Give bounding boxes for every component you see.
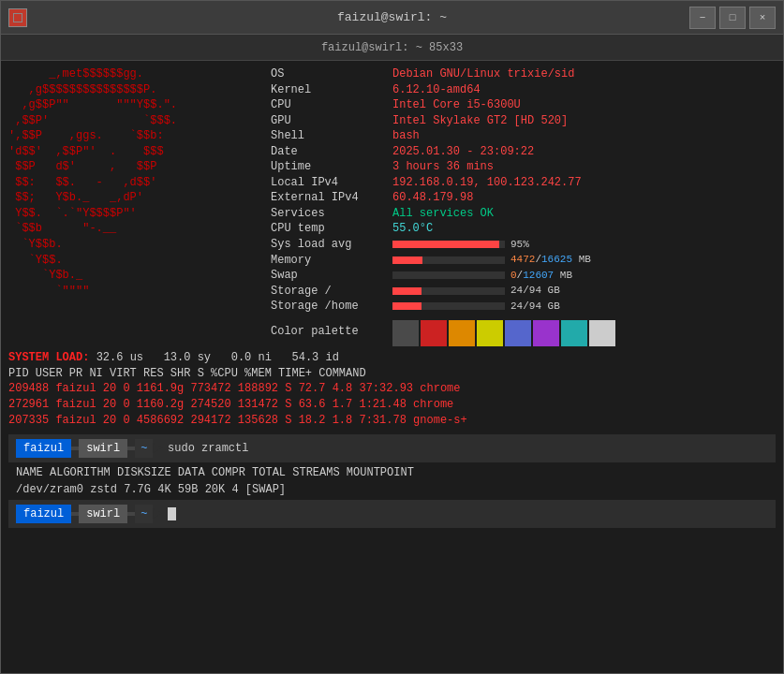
prompt-arrow-2: ► [153, 504, 162, 524]
terminal-body[interactable]: _,met$$$$$$gg. ,g$$$$$$$$$$$$$$$P. ,g$$P… [1, 61, 783, 673]
cpu-key: CPU [271, 97, 392, 113]
swatch-2 [449, 320, 475, 346]
info-row-extipv4: External IPv4 60.48.179.98 [271, 190, 776, 206]
swatch-5 [533, 320, 559, 346]
sysload-us: 32.6 us 13.0 sy 0.0 ni 54.3 id [96, 351, 339, 364]
info-row-kernel: Kernel 6.12.10-amd64 [271, 82, 776, 98]
date-val: 2025.01.30 - 23:09:22 [392, 144, 534, 160]
storage-key: Storage / [271, 284, 392, 300]
cputemp-key: CPU temp [271, 221, 392, 237]
date-key: Date [271, 144, 392, 160]
prompt-separator-1 [71, 447, 79, 450]
prompt-host-2: swirl [79, 505, 127, 524]
info-row-localipv4: Local IPv4 192.168.0.19, 100.123.242.77 [271, 175, 776, 191]
swatch-0 [392, 320, 419, 346]
sysload-pct: 95% [510, 238, 529, 252]
sysload-prefix: SYSTEM LOAD: [8, 351, 89, 364]
swap-key: Swap [271, 268, 392, 284]
table-row: 207335 faizul 20 0 4586692 294172 135628… [8, 413, 776, 429]
storagehome-val: 24/94 GB [510, 300, 560, 314]
prompt-host-1: swirl [79, 439, 127, 459]
sysload-key: Sys load avg [271, 237, 392, 253]
kernel-key: Kernel [271, 82, 392, 98]
info-row-shell: Shell bash [271, 128, 776, 144]
info-row-cputemp: CPU temp 55.0°C [271, 221, 776, 237]
info-row-gpu: GPU Intel Skylake GT2 [HD 520] [271, 113, 776, 129]
process-header: PID USER PR NI VIRT RES SHR S %CPU %MEM … [8, 366, 776, 382]
prompt-separator-4 [127, 512, 135, 516]
swatch-1 [421, 320, 447, 346]
services-val: All services OK [392, 206, 494, 222]
gpu-val: Intel Skylake GT2 [HD 520] [392, 113, 568, 129]
prompt-arrow-1: ► [153, 438, 162, 459]
cpu-val: Intel Core i5-6300U [392, 97, 521, 113]
prompt-cmd-1: sudo zramctl [168, 441, 248, 457]
localipv4-key: Local IPv4 [271, 175, 392, 191]
info-row-palette: Color palette [271, 318, 776, 346]
uptime-val: 3 hours 36 mins [392, 159, 494, 175]
swap-val: 0/12607 MB [510, 269, 572, 283]
info-row-swap: Swap 0/12607 MB [271, 268, 776, 284]
zramctl-output: NAME ALGORITHM DISKSIZE DATA COMPR TOTAL… [8, 462, 776, 500]
os-key: OS [271, 66, 392, 82]
zramctl-header: NAME ALGORITHM DISKSIZE DATA COMPR TOTAL… [16, 464, 768, 481]
ascii-art-text: _,met$$$$$$gg. ,g$$$$$$$$$$$$$$$P. ,g$$P… [8, 66, 271, 299]
swatch-4 [505, 320, 531, 346]
tabbar: faizul@swirl: ~ 85x33 [1, 35, 783, 61]
extipv4-val: 60.48.179.98 [392, 190, 473, 206]
table-row: 209488 faizul 20 0 1161.9g 773472 188892… [8, 381, 776, 397]
zramctl-row: /dev/zram0 zstd 7.7G 4K 59B 20K 4 [SWAP] [16, 481, 768, 498]
prompt-separator-2 [127, 447, 135, 450]
sysinfo-section: _,met$$$$$$gg. ,g$$$$$$$$$$$$$$$P. ,g$$P… [8, 66, 776, 346]
memory-val: 4472/16625 MB [510, 253, 591, 267]
shell-key: Shell [271, 128, 392, 144]
services-key: Services [271, 206, 392, 222]
titlebar: faizul@swirl: ~ − □ × [1, 1, 783, 35]
shell-val: bash [392, 128, 420, 144]
prompt-user-1: faizul [16, 439, 71, 459]
prompt-user-2: faizul [16, 505, 71, 524]
close-button[interactable]: × [749, 7, 776, 29]
info-row-services: Services All services OK [271, 206, 776, 222]
localipv4-val: 192.168.0.19, 100.123.242.77 [392, 175, 582, 191]
restore-button[interactable]: □ [719, 7, 746, 29]
window-controls: − □ × [689, 7, 776, 29]
info-row-sysload: Sys load avg 95% [271, 237, 776, 253]
os-val: Debian GNU/Linux trixie/sid [392, 66, 574, 82]
prompt-separator-3 [71, 512, 79, 516]
uptime-key: Uptime [271, 159, 392, 175]
memory-key: Memory [271, 253, 392, 269]
table-row: 272961 faizul 20 0 1160.2g 274520 131472… [8, 397, 776, 413]
process-table: PID USER PR NI VIRT RES SHR S %CPU %MEM … [8, 366, 776, 429]
window-icon [8, 8, 27, 27]
prompt-path-2: ~ [135, 505, 153, 524]
prompt-bar-2[interactable]: faizul swirl ~ ► [8, 500, 776, 528]
info-row-storagehome: Storage /home 24/94 GB [271, 299, 776, 315]
cursor [168, 507, 176, 520]
prompt-bar-1[interactable]: faizul swirl ~ ► sudo zramctl [8, 434, 776, 462]
storagehome-key: Storage /home [271, 299, 392, 315]
prompt-path-1: ~ [135, 439, 153, 459]
info-row-cpu: CPU Intel Core i5-6300U [271, 97, 776, 113]
swatch-7 [589, 320, 615, 346]
terminal-window: faizul@swirl: ~ − □ × faizul@swirl: ~ 85… [0, 0, 784, 674]
storage-val: 24/94 GB [510, 284, 560, 298]
info-row-os: OS Debian GNU/Linux trixie/sid [271, 66, 776, 82]
sysload-line: SYSTEM LOAD: 32.6 us 13.0 sy 0.0 ni 54.3… [8, 350, 776, 366]
color-palette [392, 320, 615, 346]
info-row-date: Date 2025.01.30 - 23:09:22 [271, 144, 776, 160]
window-title: faizul@swirl: ~ [337, 10, 447, 24]
tab-label: faizul@swirl: ~ 85x33 [321, 41, 463, 54]
info-row-uptime: Uptime 3 hours 36 mins [271, 159, 776, 175]
cputemp-val: 55.0°C [392, 221, 433, 237]
kernel-val: 6.12.10-amd64 [392, 82, 481, 98]
ascii-art: _,met$$$$$$gg. ,g$$$$$$$$$$$$$$$P. ,g$$P… [8, 66, 271, 346]
swatch-3 [477, 320, 503, 346]
minimize-button[interactable]: − [689, 7, 716, 29]
swatch-6 [561, 320, 587, 346]
palette-key: Color palette [271, 324, 392, 340]
gpu-key: GPU [271, 113, 392, 129]
extipv4-key: External IPv4 [271, 190, 392, 206]
sysinfo-rows: OS Debian GNU/Linux trixie/sid Kernel 6.… [271, 66, 776, 346]
info-row-storage: Storage / 24/94 GB [271, 284, 776, 300]
